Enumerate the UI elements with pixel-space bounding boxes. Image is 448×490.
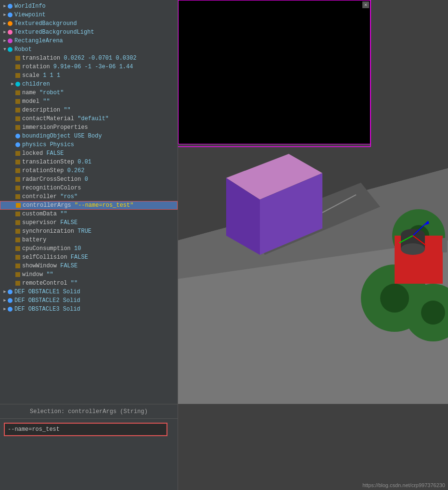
item-label-text: Robot <box>14 45 32 54</box>
square-icon <box>15 116 20 121</box>
tree-item-obstacle1[interactable]: ▶ DEF OBSTACLE1 Solid <box>0 288 178 296</box>
dot-icon <box>8 298 13 303</box>
tree-item-boundingobject[interactable]: boundingObject USE Body <box>0 132 178 140</box>
tree-item-translation[interactable]: translation 0.0262 -0.0701 0.0302 <box>0 54 178 63</box>
tree-item-obstacle2[interactable]: ▶ DEF OBSTACLE2 Solid <box>0 296 178 305</box>
tree-item-model[interactable]: model "" <box>0 97 178 106</box>
watermark: https://blog.csdn.net/crp997376230 <box>362 482 445 488</box>
tree-item-robot[interactable]: ▼ Robot <box>0 45 178 54</box>
item-key: name <box>22 89 36 96</box>
status-text: Selection: controllerArgs (String) <box>30 408 148 415</box>
tree-item-texturedbg[interactable]: ▶ TexturedBackground <box>0 19 178 28</box>
tree-item-controllerargs[interactable]: controllerArgs "--name=ros_test" <box>0 201 178 210</box>
item-key: contactMaterial <box>22 115 74 122</box>
item-val: TRUE <box>77 228 91 235</box>
item-label: children <box>22 81 50 88</box>
tree-arrow[interactable]: ▶ <box>2 305 8 314</box>
tree-arrow[interactable]: ▶ <box>2 19 8 28</box>
tree-item-physics[interactable]: physics Physics <box>0 140 178 149</box>
robot-bottom <box>401 243 425 255</box>
item-label-text: controller "ros" <box>22 192 77 201</box>
wheel-br-inner <box>421 301 445 325</box>
scene-tree[interactable]: ▶ WorldInfo ▶ Viewpoint ▶ TexturedBackgr… <box>0 0 178 404</box>
item-label-text: rotation 9.91e-06 -1 -3e-06 1.44 <box>22 63 133 71</box>
item-label: battery <box>22 237 46 243</box>
tree-item-immersionprops[interactable]: immersionProperties <box>0 123 178 132</box>
scroll-handle[interactable] <box>442 238 447 252</box>
left-panel: ▶ WorldInfo ▶ Viewpoint ▶ TexturedBackgr… <box>0 0 178 490</box>
item-val: "" <box>46 271 53 278</box>
item-key: boundingObject <box>22 133 71 139</box>
tree-arrow[interactable]: ▼ <box>2 45 8 54</box>
item-val: "" <box>64 107 70 113</box>
tree-item-name[interactable]: name "robot" <box>0 88 178 97</box>
tree-item-remotecontrol[interactable]: remoteControl "" <box>0 279 178 288</box>
square-icon <box>15 99 20 104</box>
tree-item-controller[interactable]: controller "ros" <box>0 192 178 201</box>
item-label-text: radarCrossSection 0 <box>22 175 88 184</box>
tree-arrow[interactable]: ▶ <box>10 80 15 88</box>
square-icon <box>15 238 20 242</box>
close-icon[interactable]: ✕ <box>362 1 369 8</box>
tree-item-children[interactable]: ▶ children <box>0 80 178 88</box>
item-label-text: Viewpoint <box>14 11 46 19</box>
tree-item-selfcollision[interactable]: selfCollision FALSE <box>0 253 178 262</box>
dot-icon <box>15 82 20 87</box>
tree-arrow[interactable]: ▶ <box>2 288 8 296</box>
tree-item-cpuconsumption[interactable]: cpuConsumption 10 <box>0 244 178 253</box>
tree-item-locked[interactable]: locked FALSE <box>0 149 178 158</box>
item-key: synchronization <box>22 228 74 235</box>
viewport-canvas: ✕ <box>178 0 448 490</box>
item-label: Robot <box>14 46 32 53</box>
tree-item-texturedbglight[interactable]: ▶ TexturedBackgroundLight <box>0 28 178 37</box>
dot-icon <box>8 47 13 52</box>
tree-arrow[interactable]: ▶ <box>2 2 8 11</box>
tree-item-rectanglearena[interactable]: ▶ RectangleArena <box>0 37 178 45</box>
square-icon <box>15 160 20 164</box>
tree-item-rotationstep[interactable]: rotationStep 0.262 <box>0 166 178 175</box>
item-label-text: window "" <box>22 270 53 279</box>
tree-arrow[interactable]: ▶ <box>2 296 8 305</box>
item-label-text: customData "" <box>22 210 67 218</box>
item-label: DEF OBSTACLE3 Solid <box>14 306 80 313</box>
tree-item-showwindow[interactable]: showWindow FALSE <box>0 262 178 270</box>
tree-item-viewpoint[interactable]: ▶ Viewpoint <box>0 11 178 19</box>
tree-item-contactmaterial[interactable]: contactMaterial "default" <box>0 114 178 123</box>
item-label-text: immersionProperties <box>22 123 88 132</box>
tree-item-supervisor[interactable]: supervisor FALSE <box>0 218 178 227</box>
item-val: 10 <box>74 245 81 252</box>
tree-item-radarcross[interactable]: radarCrossSection 0 <box>0 175 178 184</box>
tree-item-description[interactable]: description "" <box>0 106 178 114</box>
tree-item-synchronization[interactable]: synchronization TRUE <box>0 227 178 236</box>
tree-item-worldinfo[interactable]: ▶ WorldInfo <box>0 2 178 11</box>
item-label-text: physics Physics <box>22 140 74 149</box>
tree-item-rotation[interactable]: rotation 9.91e-06 -1 -3e-06 1.44 <box>0 63 178 71</box>
tree-item-recogncolors[interactable]: recognitionColors <box>0 184 178 192</box>
tree-arrow[interactable]: ▶ <box>2 37 8 45</box>
item-label-text: TexturedBackground <box>14 19 77 28</box>
tree-arrow[interactable]: ▶ <box>2 28 8 37</box>
item-key: selfCollision <box>22 254 67 261</box>
item-val: FALSE <box>60 263 77 269</box>
item-val: FALSE <box>46 150 64 157</box>
square-icon <box>15 177 20 182</box>
square-icon <box>15 64 20 69</box>
tree-item-customdata[interactable]: customData "" <box>0 210 178 218</box>
item-val: 1 1 1 <box>43 72 60 79</box>
controller-args-input[interactable] <box>4 423 167 436</box>
tree-item-battery[interactable]: battery <box>0 236 178 244</box>
tree-arrow[interactable]: ▶ <box>2 11 8 19</box>
item-key: remoteControl <box>22 280 67 287</box>
item-label-text: cpuConsumption 10 <box>22 244 81 253</box>
square-icon <box>15 194 20 199</box>
tree-item-obstacle3[interactable]: ▶ DEF OBSTACLE3 Solid <box>0 305 178 314</box>
square-icon <box>15 90 20 95</box>
item-label: DEF OBSTACLE2 Solid <box>14 297 80 304</box>
square-icon <box>15 246 20 251</box>
item-key: customData <box>22 211 57 217</box>
tree-item-translationstep[interactable]: translationStep 0.01 <box>0 158 178 166</box>
tree-item-window[interactable]: window "" <box>0 270 178 279</box>
item-key: cpuConsumption <box>22 245 71 252</box>
tree-item-scale[interactable]: scale 1 1 1 <box>0 71 178 80</box>
item-val: 0.262 <box>67 167 85 174</box>
